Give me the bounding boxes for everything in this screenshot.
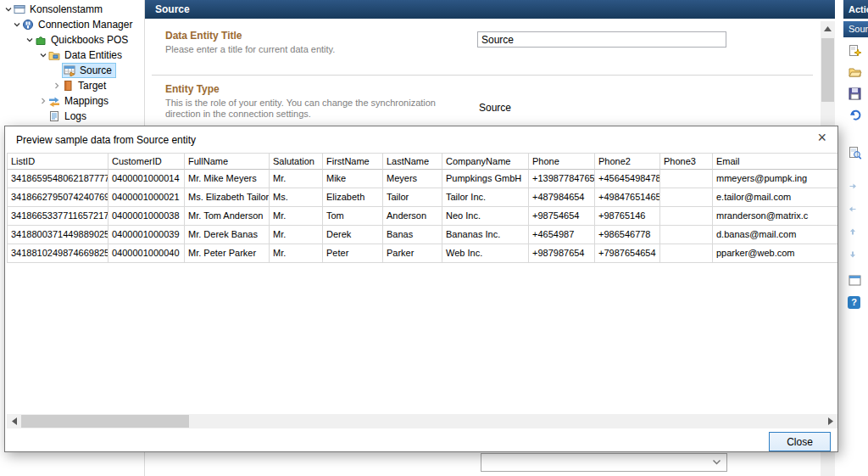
tree-item-label: Quickbooks POS — [51, 34, 128, 46]
chevron-down-icon[interactable] — [3, 5, 14, 14]
tree-item-target[interactable]: Target — [0, 78, 144, 93]
vertical-scrollbar-thumb[interactable] — [821, 38, 834, 102]
tree-item-connection-manager[interactable]: Connection Manager — [0, 17, 144, 32]
quickbooks-puzzle-icon — [35, 34, 48, 46]
table-cell — [660, 188, 713, 207]
bottom-dropdown[interactable] — [481, 453, 727, 472]
scroll-right-arrow-icon[interactable] — [823, 414, 837, 428]
help-question-glyph: ? — [848, 296, 860, 309]
undo-icon[interactable] — [848, 106, 865, 123]
column-header[interactable]: FullName — [185, 153, 270, 170]
preview-dialog: Preview sample data from Source entity ×… — [4, 126, 838, 452]
table-cell: +4654987 — [529, 226, 595, 244]
small-action-icon[interactable] — [848, 226, 865, 238]
scroll-up-arrow-icon[interactable] — [821, 21, 835, 36]
preview-table: ListIDCustomerIDFullNameSalutationFirstN… — [7, 153, 837, 263]
table-cell: Pumpkings GmbH — [442, 170, 529, 188]
close-button[interactable]: Close — [769, 432, 831, 451]
main-panel-title: Source — [155, 3, 190, 15]
table-cell — [660, 170, 713, 188]
table-cell: Parker — [383, 244, 442, 263]
tree-item-label: Source — [80, 64, 112, 76]
actions-panel-header[interactable]: Actions — [843, 0, 868, 19]
scroll-left-arrow-icon[interactable] — [7, 414, 21, 428]
table-cell: Meyers — [383, 170, 442, 188]
table-cell: +49847651465 — [595, 188, 660, 207]
table-cell: Web Inc. — [442, 244, 529, 263]
logs-icon — [48, 110, 62, 122]
source-entity-icon — [64, 64, 77, 76]
tree-item-data-entities[interactable]: Data Entities — [0, 48, 144, 63]
section-data-entity-title: Data Entity Title Please enter a title f… — [165, 30, 453, 55]
tree-item-logs[interactable]: Logs — [0, 109, 144, 124]
tree-item-mappings[interactable]: Mappings — [0, 93, 144, 109]
entity-title-input[interactable] — [477, 31, 726, 48]
table-cell — [660, 207, 713, 226]
table-cell: Mr. Derek Banas — [185, 226, 270, 244]
small-action-icon[interactable] — [848, 203, 865, 215]
table-cell: +487984654 — [529, 188, 595, 207]
table-cell: Peter — [323, 244, 383, 263]
section-entity-type: Entity Type This is the role of your ent… — [165, 83, 445, 120]
chevron-down-icon[interactable] — [24, 36, 35, 44]
small-action-icon[interactable] — [848, 249, 865, 260]
table-cell: 3418662795074240769 — [7, 188, 108, 207]
tree-item-konsolenstamm[interactable]: Konsolenstamm — [0, 2, 144, 17]
chevron-right-icon[interactable] — [51, 81, 62, 90]
table-cell: +987987654 — [529, 244, 595, 263]
tree-item-label: Logs — [64, 110, 86, 122]
column-header[interactable]: CustomerID — [108, 153, 185, 170]
column-header[interactable]: Phone — [529, 153, 595, 170]
column-header[interactable]: CompanyName — [442, 153, 529, 170]
app-window: Konsolenstamm Connection Manager Quickbo… — [0, 0, 868, 476]
help-icon[interactable]: ? — [848, 294, 865, 311]
column-header[interactable]: ListID — [7, 153, 108, 170]
column-header[interactable]: Salutation — [270, 153, 323, 170]
table-row[interactable]: 34186653377116572170400001000038Mr. Tom … — [7, 207, 837, 226]
tree-item-label: Connection Manager — [38, 19, 132, 31]
tree-item-source[interactable]: Source — [0, 63, 144, 78]
table-cell: Tom — [323, 207, 383, 226]
horizontal-scrollbar-thumb[interactable] — [21, 415, 189, 428]
chevron-down-icon[interactable] — [11, 20, 22, 29]
section-divider — [152, 75, 813, 76]
new-window-icon[interactable] — [848, 272, 865, 288]
table-cell: 3418800371449889025 — [7, 226, 108, 244]
preview-data-icon[interactable] — [848, 144, 865, 161]
table-row[interactable]: 34188102498746698250400001000040Mr. Pete… — [7, 244, 837, 263]
save-icon[interactable] — [848, 85, 865, 102]
dialog-title-bar[interactable]: Preview sample data from Source entity × — [5, 126, 837, 150]
table-cell: +98765146 — [595, 207, 660, 226]
table-cell: Mr. Tom Anderson — [185, 207, 270, 226]
table-row[interactable]: 34188003714498890250400001000039Mr. Dere… — [7, 226, 837, 244]
small-action-icon[interactable] — [848, 180, 865, 192]
column-header[interactable]: Phone2 — [595, 153, 660, 170]
open-icon[interactable] — [848, 64, 865, 81]
table-cell: Mike — [323, 170, 383, 188]
table-row[interactable]: 34186595480621877770400001000014Mr. Mike… — [7, 170, 837, 188]
tree-item-label: Data Entities — [64, 49, 122, 61]
tree-selection: Source — [62, 63, 116, 78]
tree-item-label: Konsolenstamm — [30, 3, 103, 15]
column-header[interactable]: Email — [713, 153, 837, 170]
actions-source-title: Source — [849, 24, 868, 34]
table-cell: mmeyers@pumpk.ing — [713, 170, 837, 188]
table-header-row: ListIDCustomerIDFullNameSalutationFirstN… — [7, 153, 837, 170]
table-cell: Neo Inc. — [442, 207, 529, 226]
chevron-right-icon[interactable] — [37, 97, 48, 105]
column-header[interactable]: LastName — [383, 153, 442, 170]
close-icon[interactable]: × — [817, 129, 826, 146]
chevron-down-icon[interactable] — [37, 51, 48, 59]
actions-source-header[interactable]: Source — [843, 21, 868, 37]
tree-item-quickbooks-pos[interactable]: Quickbooks POS — [0, 32, 144, 48]
column-header[interactable]: FirstName — [323, 153, 383, 170]
table-cell: +7987654654 — [595, 244, 660, 263]
column-header[interactable]: Phone3 — [660, 153, 713, 170]
table-cell: pparker@web.com — [713, 244, 837, 263]
table-row[interactable]: 34186627950742407690400001000021Ms. Eliz… — [7, 188, 837, 207]
table-cell: 0400001000038 — [108, 207, 185, 226]
dialog-horizontal-scrollbar[interactable] — [7, 414, 837, 428]
actions-panel-title: Actions — [849, 4, 868, 14]
table-cell — [660, 244, 713, 263]
new-entity-icon[interactable] — [848, 42, 865, 59]
